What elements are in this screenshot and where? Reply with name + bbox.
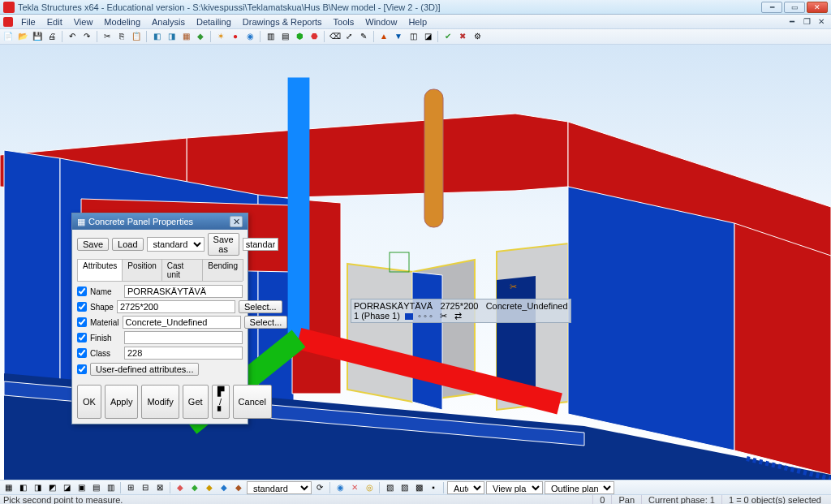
name-input[interactable] — [124, 285, 243, 298]
cancel-button[interactable]: Cancel — [233, 385, 272, 419]
menu-view[interactable]: View — [69, 16, 98, 28]
menu-window[interactable]: Window — [360, 16, 402, 28]
preset-dropdown[interactable]: standard — [147, 237, 205, 252]
render-icon[interactable]: ▨ — [398, 481, 411, 494]
snap-icon[interactable]: ◪ — [60, 481, 73, 494]
tool-generic-icon[interactable]: ⤢ — [342, 30, 355, 43]
tool-generic-icon[interactable]: ✔ — [441, 30, 454, 43]
mdi-minimize-icon[interactable]: ━ — [786, 16, 799, 28]
apply-button[interactable]: Apply — [105, 385, 139, 419]
menu-help[interactable]: Help — [403, 16, 432, 28]
filter-icon[interactable]: ◆ — [174, 481, 187, 494]
uda-button[interactable]: User-defined attributes... — [90, 363, 199, 376]
tool-generic-icon[interactable]: ▦ — [179, 30, 192, 43]
class-input[interactable] — [124, 347, 243, 360]
load-button[interactable]: Load — [112, 238, 143, 251]
tool-generic-icon[interactable]: ◧ — [150, 30, 163, 43]
class-check[interactable] — [77, 348, 87, 358]
tool-generic-icon[interactable]: ● — [229, 30, 242, 43]
menu-detailing[interactable]: Detailing — [192, 16, 236, 28]
viewplane-dropdown[interactable]: View plane — [486, 481, 543, 494]
tab-position[interactable]: Position — [122, 259, 162, 281]
finish-input[interactable] — [124, 331, 243, 344]
filter-icon[interactable]: ◆ — [188, 481, 201, 494]
tool-generic-icon[interactable]: ◨ — [165, 30, 178, 43]
uda-check[interactable] — [77, 364, 87, 374]
snap-icon[interactable]: ▣ — [75, 481, 88, 494]
tool-generic-icon[interactable]: ◪ — [421, 30, 434, 43]
tab-castunit[interactable]: Cast unit — [161, 259, 203, 281]
render-icon[interactable]: ▩ — [412, 481, 425, 494]
finish-check[interactable] — [77, 333, 87, 342]
material-check[interactable] — [77, 317, 87, 327]
material-select-button[interactable]: Select... — [244, 316, 288, 329]
view-icon[interactable]: ◉ — [334, 481, 347, 494]
snap-icon[interactable]: ◨ — [31, 481, 44, 494]
filter-icon[interactable]: ◆ — [203, 481, 216, 494]
modify-button[interactable]: Modify — [141, 385, 179, 419]
tool-paste-icon[interactable]: 📋 — [130, 30, 143, 43]
snap-icon[interactable]: ⊟ — [139, 481, 152, 494]
tool-generic-icon[interactable]: ⌫ — [328, 30, 341, 43]
snap-icon[interactable]: ⊠ — [153, 481, 166, 494]
filter-toggle-button[interactable]: ▛ / ▘ — [212, 385, 230, 419]
tool-generic-icon[interactable]: ▼ — [392, 30, 405, 43]
tool-generic-icon[interactable]: ⚙ — [471, 30, 484, 43]
name-check[interactable] — [77, 286, 87, 296]
tool-new-icon[interactable]: 📄 — [2, 30, 15, 43]
render-icon[interactable]: ▪ — [427, 481, 440, 494]
tab-attributes[interactable]: Attributes — [77, 259, 123, 281]
minimize-button[interactable]: ━ — [761, 2, 782, 13]
dialog-close-icon[interactable]: ✕ — [230, 216, 243, 227]
tool-print-icon[interactable]: 🖨 — [45, 30, 58, 43]
dialog-titlebar[interactable]: ▦ Concrete Panel Properties ✕ — [72, 213, 248, 230]
snap-icon[interactable]: ◩ — [45, 481, 58, 494]
filter-icon[interactable]: ◆ — [232, 481, 245, 494]
snap-icon[interactable]: ▥ — [104, 481, 117, 494]
tool-cut-icon[interactable]: ✂ — [101, 30, 114, 43]
shape-input[interactable] — [117, 300, 235, 313]
snap-icon[interactable]: ◧ — [16, 481, 29, 494]
menu-file[interactable]: File — [16, 16, 41, 28]
tool-generic-icon[interactable]: ◫ — [407, 30, 420, 43]
tab-bending[interactable]: Bending — [202, 259, 243, 281]
tool-generic-icon[interactable]: ✶ — [214, 30, 227, 43]
close-button[interactable]: ✕ — [807, 2, 828, 13]
menu-drawings[interactable]: Drawings & Reports — [238, 16, 327, 28]
ok-button[interactable]: OK — [77, 385, 101, 419]
shape-check[interactable] — [77, 302, 87, 312]
tool-generic-icon[interactable]: ▤ — [278, 30, 291, 43]
view-icon[interactable]: ✕ — [348, 481, 361, 494]
menu-tools[interactable]: Tools — [329, 16, 360, 28]
get-button[interactable]: Get — [183, 385, 209, 419]
maximize-button[interactable]: ▭ — [784, 2, 805, 13]
tool-generic-icon[interactable]: ◆ — [194, 30, 207, 43]
tool-copy-icon[interactable]: ⎘ — [115, 30, 128, 43]
snap-icon[interactable]: ▤ — [89, 481, 102, 494]
tool-generic-icon[interactable]: ▥ — [264, 30, 277, 43]
mdi-close-icon[interactable]: ✕ — [815, 16, 828, 28]
tool-generic-icon[interactable]: ▲ — [377, 30, 390, 43]
tool-redo-icon[interactable]: ↷ — [80, 30, 93, 43]
view-icon[interactable]: ◎ — [363, 481, 376, 494]
snap-icon[interactable]: ▦ — [2, 481, 15, 494]
menu-edit[interactable]: Edit — [42, 16, 67, 28]
tool-generic-icon[interactable]: ✖ — [456, 30, 469, 43]
saveas-name-input[interactable] — [243, 238, 278, 251]
tool-save-icon[interactable]: 💾 — [31, 30, 44, 43]
save-button[interactable]: Save — [77, 238, 109, 251]
auto-dropdown[interactable]: Auto — [447, 481, 484, 494]
refresh-icon[interactable]: ⟳ — [313, 481, 326, 494]
tool-generic-icon[interactable]: ✎ — [357, 30, 370, 43]
tool-generic-icon[interactable]: ⬢ — [293, 30, 306, 43]
filter-icon[interactable]: ◆ — [217, 481, 230, 494]
selection-filter-dropdown[interactable]: standard — [247, 481, 312, 494]
tool-undo-icon[interactable]: ↶ — [66, 30, 79, 43]
tool-generic-icon[interactable]: ◉ — [243, 30, 256, 43]
outline-dropdown[interactable]: Outline planes — [545, 481, 614, 494]
menu-analysis[interactable]: Analysis — [147, 16, 190, 28]
tool-open-icon[interactable]: 📂 — [16, 30, 29, 43]
shape-select-button[interactable]: Select... — [239, 300, 282, 313]
material-input[interactable] — [123, 316, 241, 329]
render-icon[interactable]: ▧ — [383, 481, 396, 494]
